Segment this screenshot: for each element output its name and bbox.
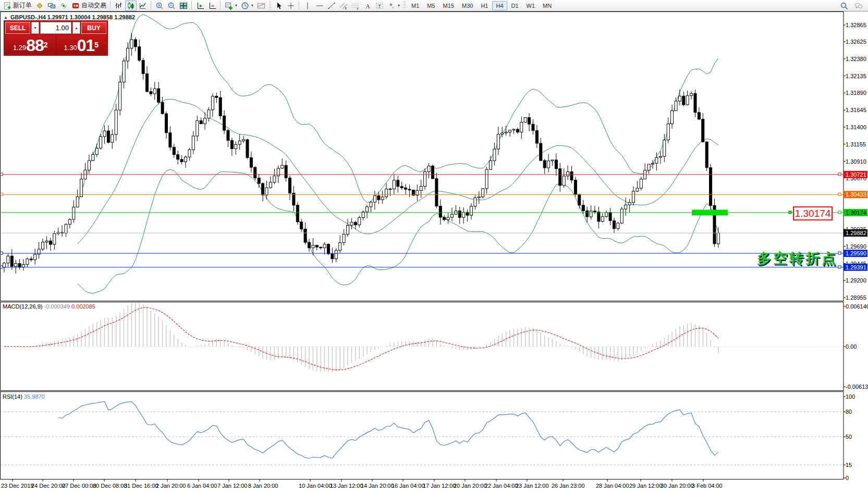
svg-text:1.30174: 1.30174: [846, 210, 866, 216]
horizontal-line-button[interactable]: [314, 1, 325, 11]
svg-text:1.31155: 1.31155: [846, 141, 866, 147]
auto-scroll-icon: [208, 2, 216, 10]
sell-button[interactable]: SELL: [5, 22, 30, 34]
signal-icon: [59, 2, 68, 10]
cursor-icon: [275, 2, 283, 10]
timeframe-d1-button[interactable]: D1: [508, 1, 522, 10]
indicators-button[interactable]: [255, 1, 267, 11]
svg-text:E: E: [345, 7, 347, 10]
turning-point-annotation[interactable]: 多空转折点: [757, 249, 838, 268]
search-button[interactable]: [838, 1, 850, 11]
crosshair-button[interactable]: [285, 1, 297, 11]
volume-increase-button[interactable]: ▲: [72, 22, 80, 34]
svg-text:29 Jan 12:00: 29 Jan 12:00: [629, 483, 663, 489]
profile-button[interactable]: [34, 1, 45, 11]
svg-text:0.006146: 0.006146: [846, 303, 868, 310]
chart-canvas[interactable]: 1.328651.326251.323801.321351.318901.316…: [0, 0, 868, 492]
tile-windows-button[interactable]: [178, 1, 189, 11]
auto-scroll-button[interactable]: [206, 1, 218, 11]
market-watch-icon: [47, 2, 56, 10]
svg-text:30 Jan 20:00: 30 Jan 20:00: [661, 483, 694, 489]
svg-text:MACD(12,26,9) -0.000349 0.0020: MACD(12,26,9) -0.000349 0.002085: [3, 303, 95, 310]
svg-text:6 Jan 04:00: 6 Jan 04:00: [187, 483, 217, 489]
dropdown-arrow-icon: ▾: [398, 3, 400, 8]
candlestick-icon: [127, 2, 135, 10]
toolbar-grip: [404, 1, 406, 10]
bar-chart-button[interactable]: [113, 1, 125, 11]
svg-text:2 Jan 20:00: 2 Jan 20:00: [156, 483, 186, 489]
buy-price-pip: 5: [94, 35, 99, 55]
svg-text:1.30433: 1.30433: [846, 191, 866, 198]
auto-trading-button[interactable]: 自动交易: [70, 1, 108, 11]
triangle-down-icon: ▼: [33, 26, 37, 30]
trendline-button[interactable]: [326, 1, 337, 11]
shapes-button[interactable]: ▾: [386, 1, 401, 11]
timeframe-m30-button[interactable]: M30: [458, 1, 476, 10]
timeframe-h1-button[interactable]: H1: [477, 1, 492, 10]
svg-text:15: 15: [846, 462, 852, 468]
svg-text:20 Jan 20:00: 20 Jan 20:00: [454, 483, 487, 489]
timeframe-mn-button[interactable]: MN: [539, 1, 555, 10]
volume-input[interactable]: [40, 22, 71, 34]
collapse-arrow-icon[interactable]: ▲: [4, 15, 8, 20]
svg-text:31 Dec 16:00: 31 Dec 16:00: [124, 483, 158, 489]
timeframe-m15-button[interactable]: M15: [439, 1, 458, 10]
line-chart-button[interactable]: [137, 1, 149, 11]
market-watch-button[interactable]: [46, 1, 57, 11]
toolbar-separator: [151, 1, 152, 10]
svg-text:1.32625: 1.32625: [846, 39, 866, 45]
zoom-out-button[interactable]: [166, 1, 177, 11]
sell-price-big: 88: [26, 38, 44, 53]
fibo-icon: F: [351, 2, 360, 10]
symbol-ohlc-text: GBPUSD-,H4 1.29971 1.30004 1.29858 1.298…: [10, 14, 135, 20]
timeframe-h4-button[interactable]: H4: [492, 1, 507, 10]
text-button[interactable]: A: [362, 1, 373, 11]
toolbar-separator: [299, 1, 300, 10]
timeframe-m5-button[interactable]: M5: [423, 1, 438, 10]
zoom-in-button[interactable]: [154, 1, 165, 11]
mt4-window: 新订单自动交易▾▾EFAT▾M1M5M15M30H1H4D1W1MN 1.328…: [0, 0, 868, 492]
vertical-line-button[interactable]: [302, 1, 313, 11]
toolbar-grip: [269, 1, 271, 10]
svg-text:50: 50: [846, 434, 852, 440]
chart-shift-button[interactable]: [194, 1, 206, 11]
trendline-segment-object[interactable]: [692, 210, 728, 215]
signal-button[interactable]: [58, 1, 69, 11]
svg-text:23 Dec 2019: 23 Dec 2019: [1, 483, 33, 489]
new-chart-button[interactable]: ▾: [223, 1, 239, 11]
auto-trading-button-label: 自动交易: [81, 1, 106, 10]
new-order-button[interactable]: 新订单: [2, 1, 33, 11]
buy-price-prefix: 1.30: [64, 43, 77, 53]
sell-price-prefix: 1.29: [13, 43, 26, 53]
label-icon: T: [375, 2, 384, 10]
buy-button[interactable]: BUY: [81, 22, 106, 34]
dropdown-arrow-icon: ▾: [235, 3, 237, 8]
text-icon: A: [363, 2, 372, 10]
timeframe-w1-button[interactable]: W1: [523, 1, 539, 10]
sell-price-display[interactable]: 1.29882: [5, 35, 56, 54]
timeframe-m1-button[interactable]: M1: [408, 1, 423, 10]
svg-text:F: F: [357, 7, 359, 10]
label-handle[interactable]: [789, 211, 791, 214]
volume-decrease-button[interactable]: ▼: [31, 22, 39, 34]
buy-price-display[interactable]: 1.30015: [56, 35, 107, 54]
svg-text:13 Jan 12:00: 13 Jan 12:00: [330, 483, 363, 489]
svg-text:100: 100: [846, 393, 855, 400]
price-label-box[interactable]: 1.30174: [793, 206, 833, 220]
hline-icon: [315, 2, 324, 10]
fibonacci-button[interactable]: F: [350, 1, 361, 11]
equidistant-channel-button[interactable]: E: [338, 1, 349, 11]
svg-text:23 Jan 12:00: 23 Jan 12:00: [516, 483, 549, 489]
cursor-button[interactable]: [273, 1, 285, 11]
text-label-button[interactable]: T: [374, 1, 385, 11]
dropdown-arrow-icon: ▾: [251, 3, 253, 8]
svg-text:28 Jan 04:00: 28 Jan 04:00: [596, 483, 629, 489]
svg-text:T: T: [378, 3, 381, 8]
candlestick-button[interactable]: [125, 1, 137, 11]
svg-text:0: 0: [846, 475, 849, 481]
toolbar-separator: [110, 1, 111, 10]
auto-trading-icon: [71, 2, 80, 10]
period-button[interactable]: ▾: [239, 1, 255, 11]
svg-text:24 Dec 20:00: 24 Dec 20:00: [31, 483, 65, 489]
chat-button[interactable]: [853, 1, 864, 11]
